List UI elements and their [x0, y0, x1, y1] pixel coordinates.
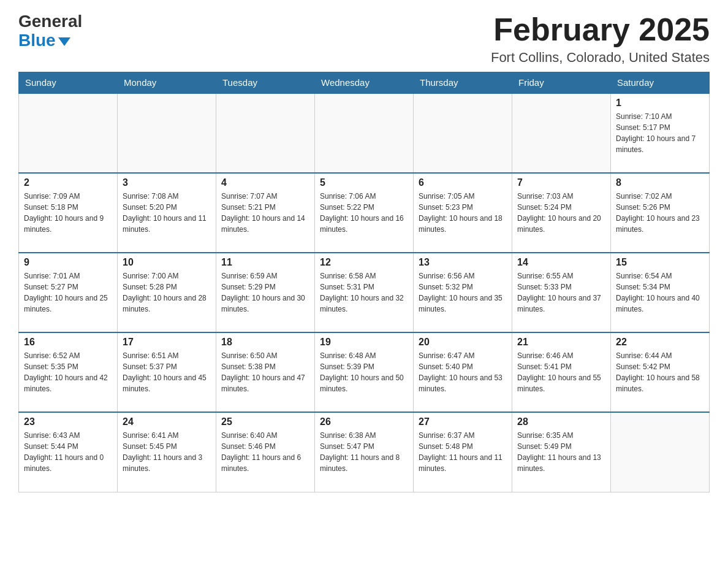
day-info: Sunrise: 6:48 AM Sunset: 5:39 PM Dayligh…	[320, 350, 408, 394]
calendar-cell: 18Sunrise: 6:50 AM Sunset: 5:38 PM Dayli…	[216, 332, 315, 412]
calendar-cell: 17Sunrise: 6:51 AM Sunset: 5:37 PM Dayli…	[118, 332, 216, 412]
calendar-week-2: 2Sunrise: 7:09 AM Sunset: 5:18 PM Daylig…	[19, 173, 710, 253]
calendar-weekday-sunday: Sunday	[19, 72, 118, 94]
day-number: 1	[616, 98, 704, 109]
day-info: Sunrise: 6:46 AM Sunset: 5:41 PM Dayligh…	[517, 350, 605, 394]
month-title: February 2025	[491, 12, 710, 47]
calendar-cell: 24Sunrise: 6:41 AM Sunset: 5:45 PM Dayli…	[118, 412, 216, 492]
day-info: Sunrise: 7:03 AM Sunset: 5:24 PM Dayligh…	[517, 191, 605, 235]
day-number: 7	[517, 177, 605, 188]
day-info: Sunrise: 6:54 AM Sunset: 5:34 PM Dayligh…	[616, 270, 704, 315]
day-info: Sunrise: 6:44 AM Sunset: 5:42 PM Dayligh…	[616, 350, 704, 394]
day-number: 24	[123, 416, 211, 427]
calendar-weekday-friday: Friday	[512, 72, 611, 94]
day-info: Sunrise: 6:50 AM Sunset: 5:38 PM Dayligh…	[221, 350, 309, 394]
day-info: Sunrise: 6:51 AM Sunset: 5:37 PM Dayligh…	[123, 350, 211, 394]
calendar-cell: 14Sunrise: 6:55 AM Sunset: 5:33 PM Dayli…	[512, 253, 611, 332]
logo: General Blue	[18, 12, 82, 50]
calendar-cell	[512, 93, 611, 173]
day-number: 9	[24, 257, 112, 268]
day-info: Sunrise: 6:59 AM Sunset: 5:29 PM Dayligh…	[221, 270, 309, 315]
calendar-weekday-monday: Monday	[118, 72, 216, 94]
calendar-cell: 2Sunrise: 7:09 AM Sunset: 5:18 PM Daylig…	[19, 173, 118, 253]
day-number: 15	[616, 257, 704, 268]
calendar-cell: 26Sunrise: 6:38 AM Sunset: 5:47 PM Dayli…	[315, 412, 414, 492]
day-info: Sunrise: 7:00 AM Sunset: 5:28 PM Dayligh…	[123, 270, 211, 315]
day-info: Sunrise: 6:55 AM Sunset: 5:33 PM Dayligh…	[517, 270, 605, 315]
calendar-cell: 28Sunrise: 6:35 AM Sunset: 5:49 PM Dayli…	[512, 412, 611, 492]
page-header: General Blue February 2025 Fort Collins,…	[18, 12, 710, 66]
title-section: February 2025 Fort Collins, Colorado, Un…	[491, 12, 710, 66]
day-number: 10	[123, 257, 211, 268]
day-info: Sunrise: 6:56 AM Sunset: 5:32 PM Dayligh…	[419, 270, 507, 315]
calendar-cell: 1Sunrise: 7:10 AM Sunset: 5:17 PM Daylig…	[611, 93, 710, 173]
logo-general-text: General	[18, 12, 82, 31]
calendar-week-5: 23Sunrise: 6:43 AM Sunset: 5:44 PM Dayli…	[19, 412, 710, 492]
calendar-weekday-wednesday: Wednesday	[315, 72, 414, 94]
day-info: Sunrise: 7:06 AM Sunset: 5:22 PM Dayligh…	[320, 191, 408, 235]
calendar-cell: 23Sunrise: 6:43 AM Sunset: 5:44 PM Dayli…	[19, 412, 118, 492]
day-number: 14	[517, 257, 605, 268]
calendar-cell: 7Sunrise: 7:03 AM Sunset: 5:24 PM Daylig…	[512, 173, 611, 253]
calendar-cell: 11Sunrise: 6:59 AM Sunset: 5:29 PM Dayli…	[216, 253, 315, 332]
day-number: 8	[616, 177, 704, 188]
calendar-cell: 6Sunrise: 7:05 AM Sunset: 5:23 PM Daylig…	[414, 173, 512, 253]
day-info: Sunrise: 6:40 AM Sunset: 5:46 PM Dayligh…	[221, 430, 309, 474]
day-number: 17	[123, 337, 211, 348]
calendar-cell: 5Sunrise: 7:06 AM Sunset: 5:22 PM Daylig…	[315, 173, 414, 253]
calendar-cell	[216, 93, 315, 173]
calendar-cell: 22Sunrise: 6:44 AM Sunset: 5:42 PM Dayli…	[611, 332, 710, 412]
calendar-cell: 8Sunrise: 7:02 AM Sunset: 5:26 PM Daylig…	[611, 173, 710, 253]
calendar-cell: 13Sunrise: 6:56 AM Sunset: 5:32 PM Dayli…	[414, 253, 512, 332]
day-info: Sunrise: 6:47 AM Sunset: 5:40 PM Dayligh…	[419, 350, 507, 394]
calendar-cell	[611, 412, 710, 492]
day-number: 23	[24, 416, 112, 427]
calendar-cell: 16Sunrise: 6:52 AM Sunset: 5:35 PM Dayli…	[19, 332, 118, 412]
calendar-weekday-tuesday: Tuesday	[216, 72, 315, 94]
day-info: Sunrise: 7:07 AM Sunset: 5:21 PM Dayligh…	[221, 191, 309, 235]
day-number: 21	[517, 337, 605, 348]
calendar-cell: 10Sunrise: 7:00 AM Sunset: 5:28 PM Dayli…	[118, 253, 216, 332]
day-number: 5	[320, 177, 408, 188]
calendar-cell: 9Sunrise: 7:01 AM Sunset: 5:27 PM Daylig…	[19, 253, 118, 332]
calendar-table: SundayMondayTuesdayWednesdayThursdayFrid…	[18, 72, 710, 492]
calendar-header-row: SundayMondayTuesdayWednesdayThursdayFrid…	[19, 72, 710, 94]
day-info: Sunrise: 6:52 AM Sunset: 5:35 PM Dayligh…	[24, 350, 112, 394]
day-number: 3	[123, 177, 211, 188]
day-info: Sunrise: 7:02 AM Sunset: 5:26 PM Dayligh…	[616, 191, 704, 235]
calendar-cell: 19Sunrise: 6:48 AM Sunset: 5:39 PM Dayli…	[315, 332, 414, 412]
calendar-cell	[19, 93, 118, 173]
calendar-cell	[118, 93, 216, 173]
day-number: 25	[221, 416, 309, 427]
calendar-cell: 21Sunrise: 6:46 AM Sunset: 5:41 PM Dayli…	[512, 332, 611, 412]
day-number: 19	[320, 337, 408, 348]
calendar-cell	[414, 93, 512, 173]
calendar-week-4: 16Sunrise: 6:52 AM Sunset: 5:35 PM Dayli…	[19, 332, 710, 412]
logo-triangle-icon	[58, 37, 70, 46]
day-number: 18	[221, 337, 309, 348]
day-number: 16	[24, 337, 112, 348]
location-title: Fort Collins, Colorado, United States	[491, 50, 710, 66]
day-info: Sunrise: 6:58 AM Sunset: 5:31 PM Dayligh…	[320, 270, 408, 315]
day-number: 2	[24, 177, 112, 188]
day-info: Sunrise: 7:08 AM Sunset: 5:20 PM Dayligh…	[123, 191, 211, 235]
calendar-week-3: 9Sunrise: 7:01 AM Sunset: 5:27 PM Daylig…	[19, 253, 710, 332]
day-info: Sunrise: 6:37 AM Sunset: 5:48 PM Dayligh…	[419, 430, 507, 474]
calendar-cell: 27Sunrise: 6:37 AM Sunset: 5:48 PM Dayli…	[414, 412, 512, 492]
day-info: Sunrise: 7:05 AM Sunset: 5:23 PM Dayligh…	[419, 191, 507, 235]
day-number: 27	[419, 416, 507, 427]
day-info: Sunrise: 6:35 AM Sunset: 5:49 PM Dayligh…	[517, 430, 605, 474]
calendar-cell: 20Sunrise: 6:47 AM Sunset: 5:40 PM Dayli…	[414, 332, 512, 412]
calendar-cell	[315, 93, 414, 173]
calendar-week-1: 1Sunrise: 7:10 AM Sunset: 5:17 PM Daylig…	[19, 93, 710, 173]
day-info: Sunrise: 7:10 AM Sunset: 5:17 PM Dayligh…	[616, 111, 704, 155]
day-number: 20	[419, 337, 507, 348]
day-number: 13	[419, 257, 507, 268]
day-number: 12	[320, 257, 408, 268]
day-info: Sunrise: 6:38 AM Sunset: 5:47 PM Dayligh…	[320, 430, 408, 474]
day-info: Sunrise: 7:09 AM Sunset: 5:18 PM Dayligh…	[24, 191, 112, 235]
calendar-weekday-thursday: Thursday	[414, 72, 512, 94]
calendar-cell: 3Sunrise: 7:08 AM Sunset: 5:20 PM Daylig…	[118, 173, 216, 253]
day-info: Sunrise: 6:43 AM Sunset: 5:44 PM Dayligh…	[24, 430, 112, 474]
calendar-cell: 15Sunrise: 6:54 AM Sunset: 5:34 PM Dayli…	[611, 253, 710, 332]
